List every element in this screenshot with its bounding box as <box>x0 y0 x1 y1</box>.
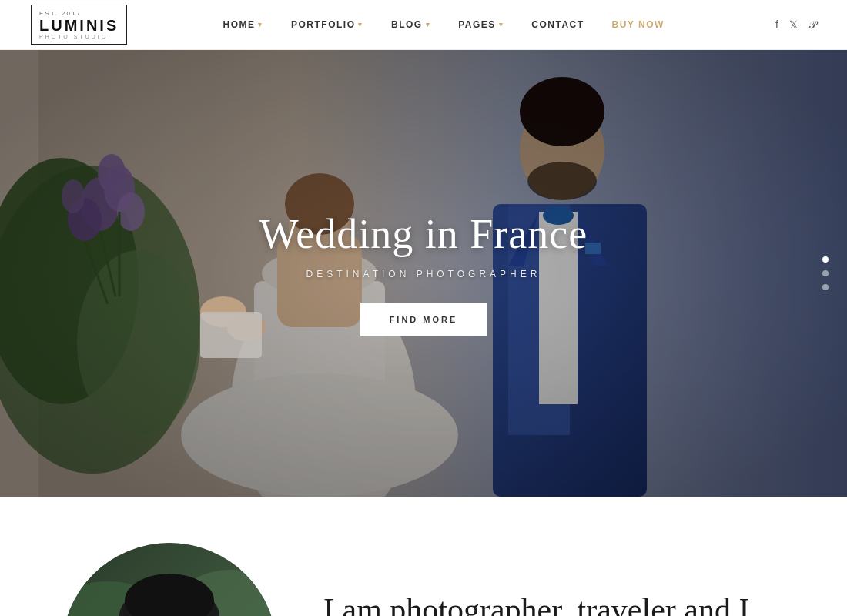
nav-contact[interactable]: CONTACT <box>517 0 598 50</box>
chevron-down-icon: ▾ <box>499 21 504 28</box>
nav-portfolio[interactable]: PORTFOLIO ▾ <box>277 0 377 50</box>
about-heading: I am photographer, traveler and I love t… <box>323 590 785 616</box>
chevron-down-icon: ▾ <box>426 21 431 28</box>
hero-content: Wedding in France DESTINATION PHOTOGRAPH… <box>192 210 654 336</box>
twitter-icon[interactable]: 𝕏 <box>789 18 798 31</box>
photographer-portrait <box>62 543 277 616</box>
slider-dot-1[interactable] <box>822 256 829 263</box>
hero-title: Wedding in France <box>192 210 654 258</box>
facebook-icon[interactable]: f <box>775 18 778 31</box>
site-header: est. 2017 LUMINIS PHOTO STUDIO HOME ▾ PO… <box>0 0 847 50</box>
logo-subtitle: PHOTO STUDIO <box>39 34 108 39</box>
hero-section: Wedding in France DESTINATION PHOTOGRAPH… <box>0 50 847 497</box>
nav-pages[interactable]: PAGES ▾ <box>444 0 517 50</box>
nav-blog[interactable]: BLOG ▾ <box>377 0 444 50</box>
pinterest-icon[interactable]: 𝒫 <box>808 18 816 32</box>
social-links: f 𝕏 𝒫 <box>760 18 816 32</box>
slider-dot-3[interactable] <box>822 284 829 290</box>
about-section: I am photographer, traveler and I love t… <box>0 497 847 616</box>
logo[interactable]: est. 2017 LUMINIS PHOTO STUDIO <box>31 5 127 45</box>
slider-dot-2[interactable] <box>822 270 829 276</box>
nav-buy-now[interactable]: BUY NOW <box>598 0 678 50</box>
chevron-down-icon: ▾ <box>258 21 263 28</box>
nav-home[interactable]: HOME ▾ <box>209 0 277 50</box>
main-nav: HOME ▾ PORTFOLIO ▾ BLOG ▾ PAGES ▾ CONTAC… <box>209 0 678 50</box>
about-text: I am photographer, traveler and I love t… <box>323 590 785 616</box>
slider-dots <box>822 256 829 290</box>
logo-est: est. 2017 <box>39 10 82 17</box>
hero-subtitle: DESTINATION PHOTOGRAPHER <box>192 269 654 280</box>
find-more-button[interactable]: FIND MORE <box>360 303 487 336</box>
chevron-down-icon: ▾ <box>358 21 363 28</box>
logo-name: LUMINIS <box>39 17 119 34</box>
